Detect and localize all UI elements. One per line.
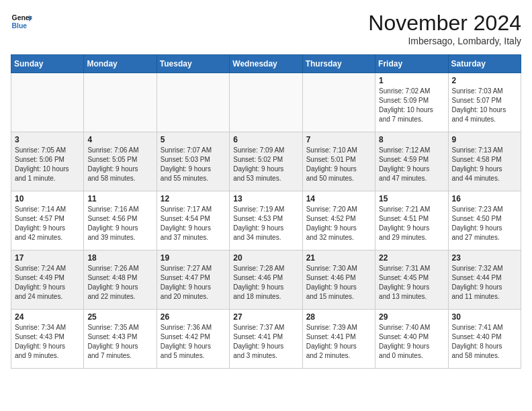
day-number: 3 (15, 135, 80, 144)
table-cell: 21Sunrise: 7:30 AM Sunset: 4:46 PM Dayli… (302, 250, 375, 310)
day-number: 19 (161, 253, 226, 263)
table-cell (11, 73, 84, 132)
day-info: Sunrise: 7:40 AM Sunset: 4:40 PM Dayligh… (379, 323, 444, 361)
day-info: Sunrise: 7:12 AM Sunset: 4:59 PM Dayligh… (379, 146, 444, 183)
day-number: 27 (233, 312, 298, 322)
table-cell: 17Sunrise: 7:24 AM Sunset: 4:49 PM Dayli… (11, 250, 84, 310)
day-info: Sunrise: 7:09 AM Sunset: 5:02 PM Dayligh… (233, 146, 298, 183)
day-info: Sunrise: 7:41 AM Sunset: 4:40 PM Dayligh… (452, 323, 517, 361)
day-info: Sunrise: 7:37 AM Sunset: 4:41 PM Dayligh… (233, 323, 298, 361)
day-info: Sunrise: 7:32 AM Sunset: 4:44 PM Dayligh… (452, 264, 517, 302)
day-info: Sunrise: 7:24 AM Sunset: 4:49 PM Dayligh… (15, 264, 80, 302)
calendar-row: 1Sunrise: 7:02 AM Sunset: 5:09 PM Daylig… (11, 73, 521, 132)
header-row: Sunday Monday Tuesday Wednesday Thursday… (11, 55, 521, 73)
table-cell: 5Sunrise: 7:07 AM Sunset: 5:03 PM Daylig… (157, 132, 229, 191)
table-cell: 8Sunrise: 7:12 AM Sunset: 4:59 PM Daylig… (375, 132, 448, 191)
table-cell: 25Sunrise: 7:35 AM Sunset: 4:43 PM Dayli… (84, 310, 157, 369)
calendar-row: 10Sunrise: 7:14 AM Sunset: 4:57 PM Dayli… (11, 191, 521, 250)
day-number: 24 (15, 312, 80, 322)
day-number: 9 (452, 135, 517, 144)
day-info: Sunrise: 7:28 AM Sunset: 4:46 PM Dayligh… (233, 264, 298, 302)
day-number: 14 (306, 194, 371, 203)
day-info: Sunrise: 7:07 AM Sunset: 5:03 PM Dayligh… (161, 146, 226, 183)
table-cell: 19Sunrise: 7:27 AM Sunset: 4:47 PM Dayli… (157, 250, 229, 310)
day-info: Sunrise: 7:10 AM Sunset: 5:01 PM Dayligh… (306, 146, 371, 183)
table-cell: 27Sunrise: 7:37 AM Sunset: 4:41 PM Dayli… (230, 310, 302, 369)
calendar-table: Sunday Monday Tuesday Wednesday Thursday… (11, 54, 521, 369)
table-cell: 24Sunrise: 7:34 AM Sunset: 4:43 PM Dayli… (11, 310, 84, 369)
table-cell: 13Sunrise: 7:19 AM Sunset: 4:53 PM Dayli… (230, 191, 302, 250)
table-cell: 12Sunrise: 7:17 AM Sunset: 4:54 PM Dayli… (157, 191, 229, 250)
day-info: Sunrise: 7:23 AM Sunset: 4:50 PM Dayligh… (452, 205, 517, 242)
day-info: Sunrise: 7:06 AM Sunset: 5:05 PM Dayligh… (87, 146, 152, 183)
location: Imbersago, Lombardy, Italy (368, 36, 521, 46)
day-number: 23 (452, 253, 517, 263)
col-monday: Monday (84, 55, 157, 73)
day-number: 12 (161, 194, 226, 203)
day-info: Sunrise: 7:20 AM Sunset: 4:52 PM Dayligh… (306, 205, 371, 242)
table-cell: 1Sunrise: 7:02 AM Sunset: 5:09 PM Daylig… (375, 73, 448, 132)
day-info: Sunrise: 7:19 AM Sunset: 4:53 PM Dayligh… (233, 205, 298, 242)
day-number: 10 (15, 194, 80, 203)
table-cell: 11Sunrise: 7:16 AM Sunset: 4:56 PM Dayli… (84, 191, 157, 250)
table-cell: 2Sunrise: 7:03 AM Sunset: 5:07 PM Daylig… (448, 73, 521, 132)
table-cell (84, 73, 157, 132)
table-cell (230, 73, 302, 132)
day-info: Sunrise: 7:21 AM Sunset: 4:51 PM Dayligh… (379, 205, 444, 242)
day-number: 8 (379, 135, 444, 144)
logo-icon: General Blue (11, 11, 32, 32)
svg-text:Blue: Blue (12, 22, 28, 30)
table-cell: 6Sunrise: 7:09 AM Sunset: 5:02 PM Daylig… (230, 132, 302, 191)
day-info: Sunrise: 7:13 AM Sunset: 4:58 PM Dayligh… (452, 146, 517, 183)
table-cell: 18Sunrise: 7:26 AM Sunset: 4:48 PM Dayli… (84, 250, 157, 310)
day-info: Sunrise: 7:31 AM Sunset: 4:45 PM Dayligh… (379, 264, 444, 302)
page-container: General Blue November 2024 Imbersago, Lo… (0, 0, 532, 374)
calendar-row: 17Sunrise: 7:24 AM Sunset: 4:49 PM Dayli… (11, 250, 521, 310)
day-number: 26 (161, 312, 226, 322)
col-wednesday: Wednesday (230, 55, 302, 73)
day-number: 22 (379, 253, 444, 263)
day-number: 16 (452, 194, 517, 203)
day-number: 29 (379, 312, 444, 322)
day-number: 15 (379, 194, 444, 203)
day-number: 1 (379, 76, 444, 85)
day-info: Sunrise: 7:34 AM Sunset: 4:43 PM Dayligh… (15, 323, 80, 361)
table-cell: 22Sunrise: 7:31 AM Sunset: 4:45 PM Dayli… (375, 250, 448, 310)
day-number: 20 (233, 253, 298, 263)
day-info: Sunrise: 7:16 AM Sunset: 4:56 PM Dayligh… (87, 205, 152, 242)
table-cell (302, 73, 375, 132)
day-number: 2 (452, 76, 517, 85)
title-block: November 2024 Imbersago, Lombardy, Italy (368, 11, 521, 46)
day-info: Sunrise: 7:17 AM Sunset: 4:54 PM Dayligh… (161, 205, 226, 242)
day-number: 6 (233, 135, 298, 144)
day-number: 5 (161, 135, 226, 144)
day-number: 18 (87, 253, 152, 263)
day-number: 25 (87, 312, 152, 322)
calendar-row: 24Sunrise: 7:34 AM Sunset: 4:43 PM Dayli… (11, 310, 521, 369)
table-cell: 20Sunrise: 7:28 AM Sunset: 4:46 PM Dayli… (230, 250, 302, 310)
day-number: 11 (87, 194, 152, 203)
table-cell: 15Sunrise: 7:21 AM Sunset: 4:51 PM Dayli… (375, 191, 448, 250)
day-number: 28 (306, 312, 371, 322)
col-sunday: Sunday (11, 55, 84, 73)
table-cell: 29Sunrise: 7:40 AM Sunset: 4:40 PM Dayli… (375, 310, 448, 369)
table-cell: 4Sunrise: 7:06 AM Sunset: 5:05 PM Daylig… (84, 132, 157, 191)
table-cell: 14Sunrise: 7:20 AM Sunset: 4:52 PM Dayli… (302, 191, 375, 250)
table-cell: 16Sunrise: 7:23 AM Sunset: 4:50 PM Dayli… (448, 191, 521, 250)
col-tuesday: Tuesday (157, 55, 229, 73)
day-info: Sunrise: 7:05 AM Sunset: 5:06 PM Dayligh… (15, 146, 80, 183)
table-cell: 10Sunrise: 7:14 AM Sunset: 4:57 PM Dayli… (11, 191, 84, 250)
header: General Blue November 2024 Imbersago, Lo… (11, 11, 521, 46)
day-info: Sunrise: 7:36 AM Sunset: 4:42 PM Dayligh… (161, 323, 226, 361)
col-friday: Friday (375, 55, 448, 73)
table-cell: 26Sunrise: 7:36 AM Sunset: 4:42 PM Dayli… (157, 310, 229, 369)
table-cell: 3Sunrise: 7:05 AM Sunset: 5:06 PM Daylig… (11, 132, 84, 191)
day-info: Sunrise: 7:26 AM Sunset: 4:48 PM Dayligh… (87, 264, 152, 302)
table-cell: 28Sunrise: 7:39 AM Sunset: 4:41 PM Dayli… (302, 310, 375, 369)
day-info: Sunrise: 7:02 AM Sunset: 5:09 PM Dayligh… (379, 87, 444, 124)
table-cell: 9Sunrise: 7:13 AM Sunset: 4:58 PM Daylig… (448, 132, 521, 191)
day-info: Sunrise: 7:39 AM Sunset: 4:41 PM Dayligh… (306, 323, 371, 361)
table-cell: 23Sunrise: 7:32 AM Sunset: 4:44 PM Dayli… (448, 250, 521, 310)
table-cell (157, 73, 229, 132)
day-number: 30 (452, 312, 517, 322)
